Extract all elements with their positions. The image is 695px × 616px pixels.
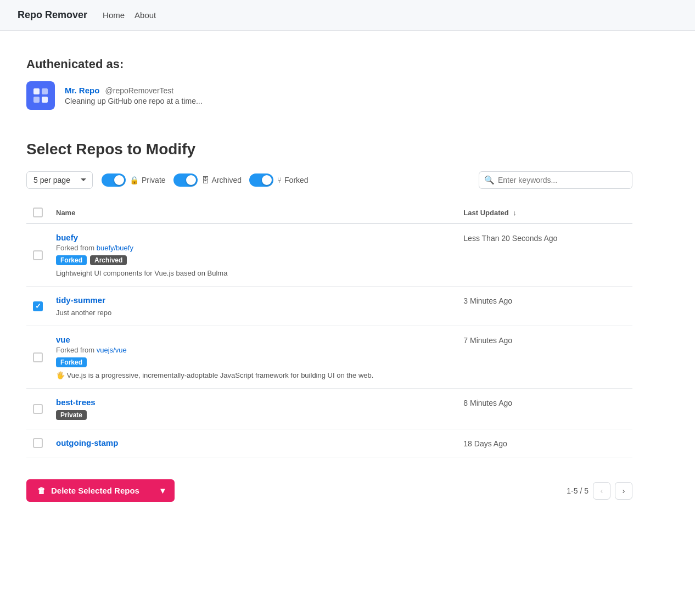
col-name-header: Name <box>49 202 457 223</box>
auth-section: Authenicated as: Mr. Repo @repoRemoverTe… <box>26 57 632 110</box>
navbar: Repo Remover Home About <box>0 0 695 31</box>
table-row: vueForked from vuejs/vueForked🖐 Vue.js i… <box>26 326 632 389</box>
row-checkbox-tidy-summer[interactable] <box>33 301 43 311</box>
delete-button-arrow[interactable]: ▼ <box>151 479 175 502</box>
repo-table: Name Last Updated ↓ buefyForked from bue… <box>26 202 632 457</box>
per-page-select[interactable]: 5 per page 10 per page 20 per page <box>26 171 93 189</box>
repo-name-vue[interactable]: vue <box>56 335 70 344</box>
search-wrap: 🔍 <box>479 171 632 189</box>
row-checkbox-vue[interactable] <box>33 352 43 362</box>
forked-toggle-group: ⑂ Forked <box>249 173 309 187</box>
user-handle: @repoRemoverTest <box>105 86 174 95</box>
trash-icon: 🗑 <box>37 486 46 495</box>
repo-name-best-trees[interactable]: best-trees <box>56 397 96 407</box>
archived-toggle[interactable] <box>173 173 198 187</box>
select-all-checkbox[interactable] <box>33 208 43 217</box>
delete-repos-button[interactable]: 🗑 Delete Selected Repos ▼ <box>26 479 175 502</box>
avatar <box>26 81 55 110</box>
row-checkbox-best-trees[interactable] <box>33 404 43 414</box>
archived-toggle-group: 🗄 Archived <box>173 173 242 187</box>
svg-rect-0 <box>30 85 51 106</box>
badge-private: Private <box>56 410 87 420</box>
pagination-info: 1-5 / 5 <box>567 486 588 495</box>
nav-home[interactable]: Home <box>103 10 125 20</box>
col-updated-header[interactable]: Last Updated ↓ <box>457 202 632 223</box>
select-all-header <box>26 202 49 223</box>
main-content: Authenicated as: Mr. Repo @repoRemoverTe… <box>0 31 659 528</box>
search-input[interactable] <box>479 171 632 189</box>
svg-rect-1 <box>33 88 40 94</box>
filter-toggles: 🔒 Private 🗄 Archived <box>102 173 470 187</box>
repo-desc-vue: 🖐 Vue.js is a progressive, incrementally… <box>56 371 450 379</box>
bottom-bar: 🗑 Delete Selected Repos ▼ 1-5 / 5 ‹ › <box>26 479 632 502</box>
private-toggle-group: 🔒 Private <box>102 173 166 187</box>
nav-about[interactable]: About <box>134 10 156 20</box>
auth-heading: Authenicated as: <box>26 57 632 71</box>
badge-forked: Forked <box>56 255 87 265</box>
repo-updated-outgoing-stamp: 18 Days Ago <box>457 429 632 457</box>
user-bio: Cleaning up GitHub one repo at a time... <box>65 97 203 105</box>
fork-source-link[interactable]: vuejs/vue <box>97 346 127 354</box>
badge-archived: Archived <box>90 255 127 265</box>
table-header: Name Last Updated ↓ <box>26 202 632 223</box>
badges-buefy: ForkedArchived <box>56 255 450 265</box>
table-row: buefyForked from buefy/buefyForkedArchiv… <box>26 223 632 287</box>
sort-icon: ↓ <box>513 209 517 217</box>
repo-name-outgoing-stamp[interactable]: outgoing-stamp <box>56 438 118 447</box>
row-checkbox-outgoing-stamp[interactable] <box>33 438 43 448</box>
repo-updated-buefy: Less Than 20 Seconds Ago <box>457 223 632 287</box>
fork-source-link[interactable]: buefy/buefy <box>97 244 133 252</box>
auth-user: Mr. Repo @repoRemoverTest Cleaning up Gi… <box>26 81 632 110</box>
user-info: Mr. Repo @repoRemoverTest Cleaning up Gi… <box>65 86 203 105</box>
select-repos-title: Select Repos to Modify <box>26 141 632 158</box>
archived-label: 🗄 Archived <box>201 176 242 184</box>
forked-label: ⑂ Forked <box>277 176 309 184</box>
svg-rect-2 <box>42 88 48 94</box>
delete-button-main: 🗑 Delete Selected Repos <box>26 479 150 502</box>
app-title: Repo Remover <box>18 9 87 21</box>
pagination-next[interactable]: › <box>615 482 632 500</box>
table-row: tidy-summerJust another repo3 Minutes Ag… <box>26 287 632 326</box>
repo-desc-buefy: Lightweight UI components for Vue.js bas… <box>56 269 450 277</box>
user-name[interactable]: Mr. Repo <box>65 86 99 95</box>
lock-icon: 🔒 <box>130 176 139 184</box>
pagination: 1-5 / 5 ‹ › <box>567 482 632 500</box>
repo-name-tidy-summer[interactable]: tidy-summer <box>56 295 105 305</box>
repo-updated-best-trees: 8 Minutes Ago <box>457 389 632 429</box>
svg-rect-3 <box>33 97 40 103</box>
filter-bar: 5 per page 10 per page 20 per page 🔒 Pri… <box>26 171 632 189</box>
table-row: outgoing-stamp18 Days Ago <box>26 429 632 457</box>
repo-updated-tidy-summer: 3 Minutes Ago <box>457 287 632 326</box>
badge-forked: Forked <box>56 357 87 367</box>
pagination-prev[interactable]: ‹ <box>593 482 610 500</box>
private-toggle[interactable] <box>102 173 126 187</box>
delete-button-label: Delete Selected Repos <box>51 486 139 495</box>
repo-list: buefyForked from buefy/buefyForkedArchiv… <box>26 223 632 457</box>
fork-from-buefy: Forked from buefy/buefy <box>56 244 450 252</box>
fork-from-vue: Forked from vuejs/vue <box>56 346 450 354</box>
row-checkbox-buefy[interactable] <box>33 250 43 260</box>
fork-icon: ⑂ <box>277 176 282 184</box>
avatar-icon <box>30 85 51 106</box>
repo-updated-vue: 7 Minutes Ago <box>457 326 632 389</box>
repo-name-buefy[interactable]: buefy <box>56 233 78 242</box>
archive-icon: 🗄 <box>201 176 209 184</box>
forked-toggle[interactable] <box>249 173 273 187</box>
table-row: best-treesPrivate8 Minutes Ago <box>26 389 632 429</box>
select-repos-section: Select Repos to Modify 5 per page 10 per… <box>26 141 632 502</box>
badges-vue: Forked <box>56 357 450 367</box>
private-label: 🔒 Private <box>130 176 166 184</box>
svg-rect-4 <box>42 97 48 103</box>
badges-best-trees: Private <box>56 410 450 420</box>
repo-desc-tidy-summer: Just another repo <box>56 309 450 317</box>
